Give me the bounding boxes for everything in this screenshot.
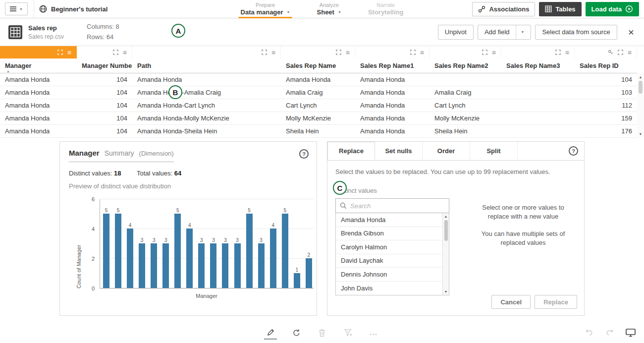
expand-icon[interactable] [482,50,487,55]
table-cell[interactable]: 103 [575,86,637,99]
scroll-up-icon[interactable]: ▲ [639,75,643,79]
column-menu-icon[interactable]: ≡ [420,49,424,56]
table-cell[interactable]: Amalia Craig [429,86,501,99]
scroll-down-icon[interactable]: ▼ [639,132,643,136]
column-menu-icon[interactable]: ≡ [346,49,350,56]
table-row[interactable]: Amanda Honda104Amanda Honda-Cart LynchCa… [0,99,637,112]
scroll-up-icon[interactable]: ▲ [444,215,448,218]
expand-icon[interactable] [336,50,341,55]
tab-split[interactable]: Split [470,142,518,160]
table-cell[interactable]: Amanda Honda [355,86,429,99]
table-cell[interactable]: 104 [77,73,132,86]
tab-order[interactable]: Order [423,142,470,160]
table-cell[interactable]: 104 [575,73,637,86]
table-cell[interactable]: Amanda Honda [0,99,77,112]
search-input[interactable] [350,202,445,210]
column-header[interactable]: Path [132,58,281,73]
expand-icon[interactable] [57,50,63,55]
cancel-button[interactable]: Cancel [491,295,531,309]
help-icon[interactable]: ? [299,149,309,159]
table-cell[interactable]: Amanda Honda [0,125,77,137]
reload-icon[interactable] [290,326,303,340]
table-cell[interactable]: Amanda Honda-Molly McKenzie [132,112,281,124]
nav-data-manager[interactable]: Prepare Data manager▼ [239,0,292,18]
associations-button[interactable]: Associations [472,2,535,16]
table-row[interactable]: Amanda Honda104Amanda Honda-Amalia Craig… [0,86,637,99]
expand-icon[interactable] [555,50,561,55]
table-cell[interactable] [501,99,575,112]
table-cell[interactable]: Amanda Honda [281,73,355,86]
table-cell[interactable]: Amanda Honda [132,73,281,86]
distinct-value-item[interactable]: John Davis [336,282,442,295]
table-cell[interactable]: Amanda Honda-Cart Lynch [132,99,281,112]
column-header[interactable]: Sales Rep Name2 [429,58,501,73]
table-cell[interactable] [429,73,501,86]
table-cell[interactable]: Amalia Craig [281,86,355,99]
column-menu-icon[interactable]: ≡ [492,49,496,56]
table-cell[interactable] [501,112,575,124]
table-cell[interactable]: 159 [575,112,637,124]
column-header[interactable]: Sales Rep Name1 [355,58,429,73]
distinct-value-item[interactable]: Brenda Gibson [336,227,442,241]
tables-button[interactable]: Tables [539,2,581,16]
table-cell[interactable]: 112 [575,99,637,112]
table-cell[interactable]: Amanda Honda-Sheila Hein [132,125,281,137]
table-row[interactable]: Amanda Honda104Amanda Honda-Molly McKenz… [0,112,637,125]
column-header[interactable]: Manager Number [77,58,132,73]
table-cell[interactable]: 104 [77,125,132,137]
replace-button[interactable]: Replace [535,295,577,309]
table-cell[interactable]: 104 [77,112,132,124]
table-cell[interactable]: Amanda Honda [355,125,429,137]
scroll-down-icon[interactable]: ▼ [444,290,448,293]
column-menu-icon[interactable]: ≡ [628,49,632,56]
table-cell[interactable]: Amanda Honda [0,86,77,99]
table-cell[interactable] [501,73,575,86]
column-menu-icon[interactable]: ≡ [271,49,275,56]
table-cell[interactable]: Amanda Honda [355,112,429,124]
add-field-button[interactable]: Add field ▼ [478,25,532,40]
column-menu-icon[interactable]: ≡ [565,49,569,56]
expand-icon[interactable] [410,50,416,55]
scrollbar-thumb[interactable] [639,81,643,94]
table-cell[interactable]: Molly McKenzie [281,112,355,124]
value-search-box[interactable] [335,198,449,213]
distinct-value-item[interactable]: Amanda Honda [336,213,442,227]
table-cell[interactable]: Amanda Honda [355,73,429,86]
nav-sheet[interactable]: Analyze Sheet▼ [315,0,343,18]
distinct-value-item[interactable]: Dennis Johnson [336,268,442,282]
table-cell[interactable]: 104 [77,99,132,112]
table-scrollbar[interactable]: ▲ ▼ [637,74,644,137]
expand-icon[interactable] [262,50,267,55]
load-data-button[interactable]: Load data [586,2,639,16]
column-header[interactable]: Manager▲ [0,58,77,73]
distinct-value-item[interactable]: Carolyn Halmon [336,240,442,254]
table-cell[interactable] [501,125,575,137]
table-cell[interactable]: Amanda Honda [355,99,429,112]
table-cell[interactable]: Molly McKenzie [429,112,501,124]
table-cell[interactable] [501,86,575,99]
table-row[interactable]: Amanda Honda104Amanda HondaAmanda HondaA… [0,73,637,86]
table-cell[interactable]: 104 [77,86,132,99]
tab-replace[interactable]: Replace [327,142,375,160]
table-cell[interactable]: Amanda Honda [0,112,77,124]
column-header[interactable]: Sales Rep Name [281,58,355,73]
distinct-value-item[interactable]: David Laychak [336,254,442,268]
column-menu-icon[interactable]: ≡ [67,49,71,56]
help-icon[interactable]: ? [569,146,578,156]
expand-icon[interactable] [618,50,623,55]
global-menu-button[interactable]: ▼ [5,2,28,15]
close-icon[interactable]: × [628,27,634,37]
column-header[interactable]: Sales Rep ID [575,58,637,73]
scrollbar-thumb[interactable] [444,220,448,241]
table-cell[interactable]: Amanda Honda [0,73,77,86]
table-cell[interactable]: Sheila Hein [281,125,355,137]
expand-icon[interactable] [113,50,118,55]
column-menu-icon[interactable]: ≡ [123,49,127,56]
tab-set-nulls[interactable]: Set nulls [375,142,423,160]
select-data-source-button[interactable]: Select data from source [535,25,617,40]
table-row[interactable]: Amanda Honda104Amanda Honda-Sheila HeinS… [0,125,637,138]
table-cell[interactable]: Sheila Hein [429,125,501,137]
table-cell[interactable]: 176 [575,125,637,137]
unpivot-button[interactable]: Unpivot [438,25,474,40]
table-cell[interactable]: Amanda Honda-Amalia Craig [132,86,281,99]
